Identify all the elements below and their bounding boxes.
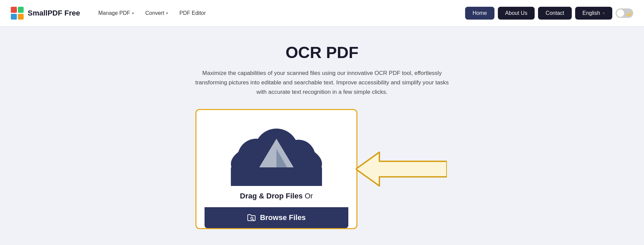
- browse-files-label: Browse Files: [260, 213, 306, 222]
- nav-convert[interactable]: Convert ▾: [141, 7, 173, 19]
- moon-icon: 🌙: [626, 11, 631, 16]
- nav-right: Home About Us Contact English ▾ 🌙: [465, 7, 633, 20]
- logo-cell-orange: [18, 14, 24, 20]
- chevron-down-icon: ▾: [166, 11, 168, 16]
- nav-convert-label: Convert: [145, 10, 164, 16]
- logo-icon: [11, 7, 24, 20]
- cloud-icon: [222, 120, 330, 188]
- language-label: English: [583, 10, 600, 16]
- chevron-down-icon: ▾: [603, 11, 605, 16]
- page-description: Maximize the capabilities of your scanne…: [190, 69, 454, 97]
- browse-files-button[interactable]: Browse Files: [205, 207, 348, 228]
- dropzone[interactable]: Drag & Drop Files Or Browse Files: [195, 109, 357, 229]
- language-button[interactable]: English ▾: [575, 7, 612, 20]
- logo-cell-blue: [11, 14, 17, 20]
- nav-manage-pdf-label: Manage PDF: [98, 10, 130, 16]
- nav-pdf-editor-label: PDF Editor: [180, 10, 206, 16]
- page-title: OCR PDF: [286, 43, 358, 62]
- svg-marker-9: [356, 152, 447, 186]
- drag-drop-text: Drag & Drop Files Or: [240, 192, 313, 200]
- chevron-down-icon: ▾: [132, 11, 134, 16]
- nav-links: Manage PDF ▾ Convert ▾ PDF Editor: [93, 7, 457, 19]
- navbar: SmallPDF Free Manage PDF ▾ Convert ▾ PDF…: [0, 0, 644, 27]
- logo-cell-red: [11, 7, 17, 13]
- drag-drop-or: Or: [303, 192, 313, 200]
- left-arrow-icon: [356, 151, 447, 188]
- home-button[interactable]: Home: [465, 7, 494, 20]
- toggle-knob: [617, 9, 624, 17]
- logo-text: SmallPDF Free: [28, 9, 80, 18]
- svg-line-8: [253, 219, 254, 220]
- about-button[interactable]: About Us: [498, 7, 535, 20]
- logo-area: SmallPDF Free: [11, 7, 80, 20]
- svg-rect-6: [231, 167, 322, 186]
- nav-manage-pdf[interactable]: Manage PDF ▾: [93, 7, 138, 19]
- main-content: OCR PDF Maximize the capabilities of you…: [0, 27, 644, 245]
- contact-button[interactable]: Contact: [538, 7, 571, 20]
- nav-pdf-editor[interactable]: PDF Editor: [175, 7, 211, 19]
- drag-drop-bold: Drag & Drop Files: [240, 192, 303, 200]
- upload-area: Drag & Drop Files Or Browse Files: [195, 109, 449, 229]
- arrow-indicator: [354, 149, 449, 189]
- logo-cell-green: [18, 7, 24, 13]
- theme-toggle[interactable]: 🌙: [616, 8, 633, 18]
- folder-search-icon: [247, 214, 256, 221]
